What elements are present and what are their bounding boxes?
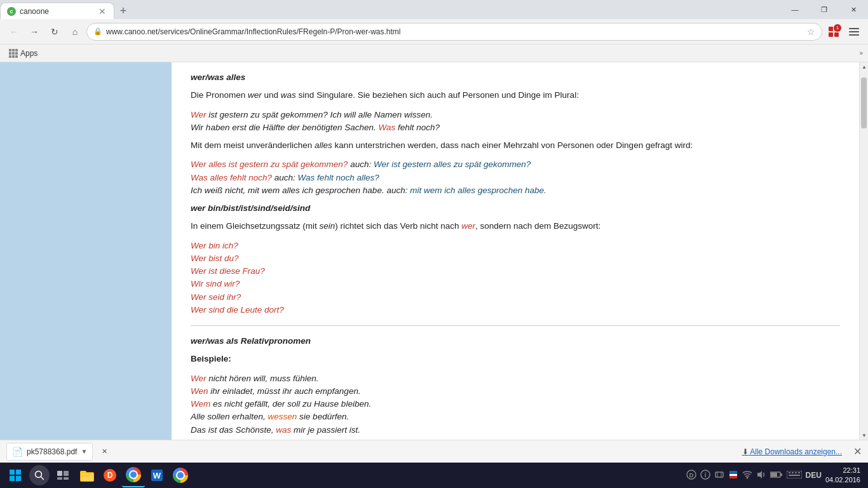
- scrollbar-up-arrow[interactable]: ▲: [860, 62, 868, 71]
- bookmarks-more-button[interactable]: »: [859, 50, 863, 57]
- download-filename: pk5788368.pdf: [27, 447, 77, 456]
- download-arrow-button[interactable]: ▼: [81, 448, 87, 455]
- svg-rect-40: [771, 473, 777, 477]
- svg-rect-9: [10, 476, 15, 481]
- url-text: www.canoo.net/services/OnlineGrammar/Inf…: [106, 27, 803, 36]
- svg-point-36: [746, 477, 748, 478]
- example3-line4: Wir sind wir?: [191, 278, 840, 290]
- example-block-4: Wer nicht hören will, muss fühlen. Wen i…: [191, 372, 840, 440]
- left-margin: [0, 62, 172, 440]
- svg-rect-4: [849, 28, 859, 29]
- home-button[interactable]: ⌂: [66, 23, 84, 41]
- svg-rect-3: [834, 32, 839, 37]
- svg-marker-37: [757, 471, 762, 478]
- svg-rect-35: [729, 476, 737, 478]
- ex2-red-1: Wer alles ist gestern zu spät gekommen?: [191, 159, 348, 169]
- maximize-button[interactable]: ❐: [810, 0, 839, 19]
- chrome-taskbar-icon-2: [173, 468, 188, 483]
- chrome-menu-button[interactable]: [845, 23, 863, 41]
- tray-flag-icon[interactable]: [728, 470, 738, 482]
- close-button[interactable]: ✕: [839, 0, 868, 19]
- section3-beispiele: Beispiele:: [191, 353, 840, 365]
- download-cancel-button[interactable]: ✕: [102, 447, 107, 456]
- download-item: 📄 pk5788368.pdf ▼: [6, 443, 93, 461]
- svg-text:D: D: [689, 472, 693, 478]
- tab-title: canoone: [20, 7, 49, 16]
- taskbar-word-button[interactable]: W: [146, 463, 168, 487]
- tray-battery-icon[interactable]: [770, 470, 783, 480]
- extension-button[interactable]: 1: [825, 23, 843, 41]
- taskbar-chrome-button[interactable]: [122, 463, 145, 487]
- svg-rect-45: [798, 472, 800, 473]
- tray-language-label[interactable]: DEU: [806, 471, 822, 480]
- tray-icon-1[interactable]: D: [686, 470, 696, 482]
- svg-rect-33: [729, 471, 737, 474]
- svg-text:D: D: [107, 471, 113, 480]
- svg-rect-20: [82, 475, 92, 475]
- svg-line-12: [41, 477, 44, 480]
- download-all-button[interactable]: ⬇ Alle Downloads anzeigen...: [742, 447, 842, 456]
- start-button[interactable]: [3, 463, 28, 487]
- svg-rect-15: [57, 477, 62, 480]
- example-line-2c: Ich weiß nicht, mit wem alles ich gespro…: [191, 184, 840, 197]
- svg-rect-30: [715, 472, 723, 477]
- extensions-area: 1: [825, 23, 863, 41]
- taskbar-search-button[interactable]: [29, 465, 50, 485]
- svg-rect-16: [64, 477, 69, 480]
- svg-text:W: W: [153, 471, 161, 480]
- section2-intro-para: In einem Gleichsetzungssatz (mit sein) r…: [191, 220, 840, 233]
- page-area: wer/was alles Die Pronomen wer und was s…: [0, 62, 868, 440]
- svg-rect-19: [81, 473, 93, 481]
- example3-line3: Wer ist diese Frau?: [191, 265, 840, 278]
- taskbar-chrome2-button[interactable]: [169, 463, 192, 487]
- browser-tab[interactable]: c canoone ✕: [0, 3, 114, 19]
- example-line-2a: Wer alles ist gestern zu spät gekommen? …: [191, 158, 840, 171]
- example3-line5: Wer seid ihr?: [191, 291, 840, 304]
- svg-rect-44: [795, 472, 797, 473]
- tab-close-button[interactable]: ✕: [97, 6, 107, 17]
- scrollbar[interactable]: ▲ ▼: [859, 62, 868, 440]
- download-bar-close-button[interactable]: ✕: [853, 445, 862, 458]
- tray-network-icon[interactable]: [742, 470, 752, 482]
- scrollbar-track[interactable]: [860, 71, 868, 431]
- taskbar-app-2[interactable]: D: [99, 463, 121, 487]
- example-line-1a: Wer ist gestern zu spät gekommen? Ich wi…: [191, 109, 840, 121]
- back-button[interactable]: ←: [5, 23, 23, 41]
- tray-info-icon[interactable]: i: [700, 470, 710, 482]
- section1-intro-text: Die Pronomen: [191, 90, 248, 100]
- example3-line6: Wer sind die Leute dort?: [191, 304, 840, 316]
- new-tab-button[interactable]: +: [114, 3, 132, 19]
- lock-icon: 🔒: [93, 27, 102, 36]
- system-clock[interactable]: 22:31 04.02.2016: [825, 466, 860, 485]
- svg-rect-0: [829, 27, 833, 31]
- tray-volume-icon[interactable]: [756, 470, 766, 482]
- svg-text:i: i: [704, 471, 705, 478]
- svg-rect-21: [82, 476, 90, 477]
- reload-button[interactable]: ↻: [46, 23, 64, 41]
- apps-bookmark-button[interactable]: Apps: [5, 48, 41, 59]
- download-file-icon: 📄: [12, 447, 23, 457]
- section2-heading: wer bin/bist/ist/sind/seid/sind: [191, 202, 840, 215]
- address-bar[interactable]: 🔒 www.canoo.net/services/OnlineGrammar/I…: [86, 23, 822, 41]
- example-line-1b: Wir haben erst die Hälfte der benötigten…: [191, 121, 840, 134]
- taskbar-file-explorer[interactable]: [76, 463, 98, 487]
- example-line-2b: Was alles fehlt noch? auch: Was fehlt no…: [191, 172, 840, 184]
- bookmarks-bar: Apps »: [0, 44, 868, 62]
- example4-line2: Wen ihr einladet, müsst ihr auch empfang…: [191, 385, 840, 398]
- scrollbar-down-arrow[interactable]: ▼: [860, 431, 868, 440]
- task-view-button[interactable]: [51, 463, 75, 487]
- svg-rect-7: [10, 470, 15, 475]
- scrollbar-thumb[interactable]: [861, 78, 867, 128]
- example4-line1: Wer nicht hören will, muss fühlen.: [191, 372, 840, 385]
- minimize-button[interactable]: —: [780, 0, 810, 19]
- clock-date: 04.02.2016: [825, 475, 860, 485]
- tray-keyboard-icon[interactable]: [787, 470, 802, 480]
- bookmark-star-icon[interactable]: ☆: [807, 27, 815, 37]
- section1-heading: wer/was alles: [191, 71, 840, 84]
- content-area[interactable]: wer/was alles Die Pronomen wer und was s…: [172, 62, 859, 440]
- forward-button[interactable]: →: [25, 23, 43, 41]
- tray-icon-3[interactable]: [714, 470, 724, 482]
- wer-text: wer: [248, 90, 262, 100]
- section1-p2: Mit dem meist unveränderlichen alles kan…: [191, 139, 840, 152]
- svg-rect-13: [57, 471, 62, 476]
